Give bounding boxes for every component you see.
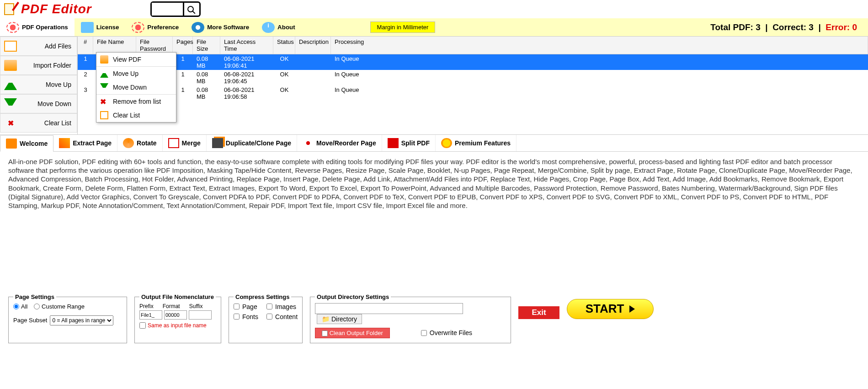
- grid-header: # File Name File Password Pages File Siz…: [78, 37, 868, 54]
- about-icon: i: [262, 22, 275, 33]
- tab-extract[interactable]: Extract Page: [53, 135, 117, 151]
- table-row[interactable]: 3 10.08 MB 06-08-2021 19:06:58OK In Queu…: [78, 85, 868, 101]
- app-title: PDF Editor: [21, 2, 92, 16]
- license-tab[interactable]: License: [75, 18, 126, 36]
- license-icon: [81, 22, 94, 33]
- arrow-down-icon: [4, 98, 17, 109]
- page-custom-radio[interactable]: Custome Range: [34, 303, 85, 310]
- page-settings-group: Page Settings All Custome Range Page Sub…: [8, 293, 127, 343]
- output-directory-input[interactable]: [315, 303, 463, 314]
- merge-icon: [168, 138, 179, 148]
- move-icon: [303, 138, 314, 148]
- search-box[interactable]: [150, 1, 201, 17]
- start-button[interactable]: START: [567, 299, 654, 319]
- overwrite-checkbox[interactable]: Overwrite Files: [421, 329, 472, 336]
- prefix-input[interactable]: [139, 310, 162, 320]
- arrow-up-icon: [100, 69, 108, 78]
- compress-group: Compress Settings Page Fonts Images Cont…: [229, 293, 303, 343]
- search-icon: [187, 6, 194, 12]
- compress-page-checkbox[interactable]: Page: [234, 303, 258, 310]
- page-all-radio[interactable]: All: [13, 303, 27, 310]
- add-files-icon: [4, 41, 17, 52]
- exit-button[interactable]: Exit: [518, 306, 559, 319]
- pdf-operations-tab[interactable]: PDF Operations: [0, 18, 75, 36]
- table-row[interactable]: 2 10.08 MB 06-08-2021 19:06:45OK In Queu…: [78, 70, 868, 85]
- file-grid[interactable]: # File Name File Password Pages File Siz…: [78, 37, 868, 134]
- clear-icon: ✖: [4, 117, 17, 128]
- move-up-button[interactable]: Move Up: [0, 75, 77, 94]
- arrow-down-icon: [100, 83, 108, 91]
- context-menu: View PDF Move Up Move Down ✖Remove from …: [96, 52, 176, 123]
- premium-icon: [441, 138, 452, 148]
- directory-button[interactable]: 📁 Directory: [317, 314, 362, 324]
- add-files-button[interactable]: Add Files: [0, 37, 77, 56]
- compress-legend: Compress Settings: [234, 293, 291, 300]
- tab-duplicate[interactable]: Duplicate/Clone Page: [207, 135, 297, 151]
- clear-list-icon: [100, 111, 108, 119]
- tab-move[interactable]: Move/Reorder Page: [297, 135, 382, 151]
- split-icon: [388, 138, 399, 148]
- tab-split[interactable]: Split PDF: [382, 135, 436, 151]
- ctx-remove[interactable]: ✖Remove from list: [96, 95, 176, 108]
- compress-content-checkbox[interactable]: Content: [266, 313, 298, 320]
- output-legend: Output Directory Settings: [315, 293, 391, 300]
- extract-icon: [59, 138, 70, 148]
- more-software-tab[interactable]: More Software: [185, 18, 256, 36]
- arrow-up-icon: [4, 79, 17, 90]
- move-down-button[interactable]: Move Down: [0, 94, 77, 113]
- rotate-icon: [123, 138, 134, 148]
- clear-list-button[interactable]: ✖Clear List: [0, 113, 77, 133]
- toolbar: PDF Operations License Preference More S…: [0, 18, 868, 37]
- tab-merge[interactable]: Merge: [163, 135, 207, 151]
- suffix-input[interactable]: [189, 310, 212, 320]
- bottom-tabs: Welcome Extract Page Rotate Merge Duplic…: [0, 134, 868, 152]
- ctx-move-down[interactable]: Move Down: [96, 80, 176, 94]
- preference-tab[interactable]: Preference: [125, 18, 185, 36]
- tab-premium[interactable]: Premium Features: [436, 135, 517, 151]
- margin-badge: Margin in Millimeter: [370, 21, 436, 33]
- welcome-description: All-in-one PDF solution, PDF editing wit…: [0, 152, 868, 215]
- remove-icon: ✖: [100, 97, 108, 106]
- ctx-move-up[interactable]: Move Up: [96, 67, 176, 80]
- page-settings-legend: Page Settings: [13, 293, 56, 300]
- format-input[interactable]: [164, 310, 187, 320]
- duplicate-icon: [212, 138, 223, 148]
- ctx-view-pdf[interactable]: View PDF: [96, 53, 176, 66]
- compress-images-checkbox[interactable]: Images: [266, 303, 298, 310]
- import-folder-button[interactable]: Import Folder: [0, 56, 77, 75]
- app-logo-icon: [3, 2, 17, 16]
- page-subset-select[interactable]: 0 = All pages in range: [50, 315, 113, 325]
- about-tab[interactable]: iAbout: [256, 18, 302, 36]
- ctx-clear[interactable]: Clear List: [96, 108, 176, 122]
- sidebar: Add Files Import Folder Move Up Move Dow…: [0, 37, 78, 134]
- tab-welcome[interactable]: Welcome: [0, 135, 53, 152]
- search-button[interactable]: [183, 3, 197, 16]
- compress-fonts-checkbox[interactable]: Fonts: [234, 313, 258, 320]
- preference-icon: [132, 22, 144, 33]
- welcome-icon: [6, 139, 17, 149]
- nomenclature-group: Output File Nomenclature Prefix Format S…: [134, 293, 221, 343]
- output-group: Output Directory Settings 📁 Directory Cl…: [310, 293, 511, 343]
- folder-up-icon: 📁: [322, 315, 330, 323]
- bottom-panel: Page Settings All Custome Range Page Sub…: [0, 293, 868, 343]
- play-icon: [629, 305, 635, 313]
- software-icon: [192, 22, 204, 33]
- same-as-input-checkbox[interactable]: Same as input file name: [139, 322, 216, 329]
- clean-output-button[interactable]: Clean Output Folder: [315, 328, 390, 338]
- view-icon: [100, 55, 108, 64]
- operations-icon: [6, 22, 19, 33]
- stats: Total PDF: 3 | Correct: 3 | Error: 0: [710, 22, 868, 32]
- tab-rotate[interactable]: Rotate: [117, 135, 163, 151]
- nomenclature-legend: Output File Nomenclature: [139, 293, 216, 300]
- import-folder-icon: [4, 60, 17, 71]
- table-row[interactable]: 1 10.08 MB 06-08-2021 19:06:41OK In Queu…: [78, 54, 868, 70]
- page-subset-label: Page Subset: [13, 317, 47, 324]
- search-input[interactable]: [152, 3, 183, 16]
